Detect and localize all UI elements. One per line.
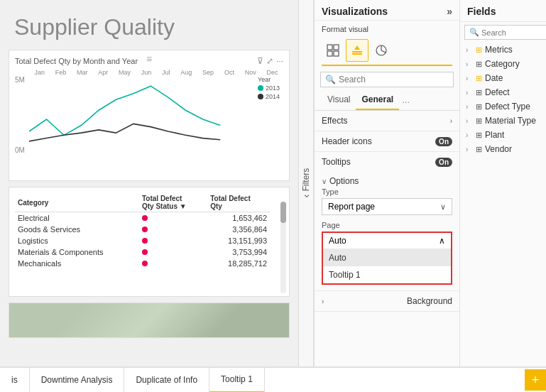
- field-label-date: Date: [485, 73, 503, 83]
- more-icon[interactable]: ···: [276, 56, 283, 66]
- page-dropdown[interactable]: Auto ∧ Auto Tooltip 1: [322, 232, 452, 285]
- page-dropdown-header[interactable]: Auto ∧: [323, 233, 451, 249]
- field-icon-metrics: ⊞: [476, 45, 482, 55]
- tab-more[interactable]: ...: [399, 90, 413, 110]
- table-row: Goods & Services 3,356,864: [15, 224, 270, 235]
- svg-rect-4: [352, 51, 362, 53]
- field-icon-defect-type: ⊞: [476, 102, 482, 111]
- line-chart-svg: [29, 72, 241, 148]
- page-dropdown-container: Page Auto ∧ Auto Tooltip 1: [322, 221, 452, 285]
- field-label-material-type: Material Type: [485, 116, 536, 126]
- field-icon-vendor: ⊞: [476, 145, 482, 154]
- field-item-date[interactable]: ⊞ Date: [460, 71, 546, 85]
- background-header[interactable]: › Background: [315, 291, 459, 311]
- legend-title: Year: [258, 76, 280, 83]
- visualizations-panel: Visualizations » Format visual: [314, 0, 459, 366]
- background-label: Background: [407, 296, 452, 306]
- viz-icon-format[interactable]: [346, 39, 368, 62]
- viz-expand-icon[interactable]: »: [447, 6, 452, 17]
- field-item-material-type[interactable]: ⊞ Material Type: [460, 114, 546, 128]
- effects-label: Effects: [322, 116, 347, 126]
- options-content: ∨ Options Type Report page ∨ Page Auto ∧: [315, 172, 459, 290]
- field-expand-icon: [466, 60, 473, 68]
- field-item-category[interactable]: ⊞ Category: [460, 57, 546, 71]
- page-label: Page: [322, 221, 452, 229]
- tab-is[interactable]: is: [0, 367, 30, 392]
- viz-search-input[interactable]: [339, 75, 449, 85]
- table-row: Mechanicals 18,285,712: [15, 258, 270, 269]
- report-canvas: Supplier Quality ≡ Total Defect Qty by M…: [0, 0, 298, 366]
- tab-duplicate-of-info[interactable]: Duplicate of Info: [124, 367, 209, 392]
- field-item-defect[interactable]: ⊞ Defect: [460, 85, 546, 99]
- effects-header[interactable]: Effects: [315, 111, 459, 131]
- tooltips-section: Tooltips On ∨ Options Type Report page ∨…: [315, 152, 459, 291]
- tab-add-button[interactable]: +: [525, 369, 546, 391]
- tab-duplicate-label: Duplicate of Info: [136, 375, 197, 385]
- svg-rect-2: [327, 51, 332, 56]
- grid-icon: [327, 44, 339, 57]
- field-expand-icon: [466, 46, 473, 54]
- data-table: Category Total DefectQty Status ▼ Total …: [15, 193, 270, 269]
- add-icon: +: [532, 373, 540, 388]
- y-label-0m: 0M: [15, 146, 25, 154]
- filters-label: Filters: [301, 168, 311, 192]
- chevron-down-options: ∨: [322, 178, 327, 185]
- page-option-auto[interactable]: Auto: [323, 249, 451, 266]
- tooltips-toggle[interactable]: On: [435, 158, 452, 167]
- table-scrollbar[interactable]: [280, 202, 286, 293]
- col-category: Category: [15, 193, 139, 212]
- svg-rect-1: [334, 45, 339, 50]
- filters-tab[interactable]: ‹ Filters: [298, 0, 314, 366]
- type-dropdown[interactable]: Report page ∨: [322, 198, 452, 215]
- active-tab-underline: [322, 65, 452, 66]
- table-row: Electrical 1,653,462: [15, 212, 270, 224]
- filter-icon[interactable]: ⊽: [257, 56, 263, 66]
- field-icon-defect: ⊞: [476, 88, 482, 97]
- drag-handle[interactable]: ≡: [146, 53, 152, 65]
- fields-search-box[interactable]: 🔍: [464, 25, 546, 40]
- field-expand-icon: [466, 89, 473, 97]
- viz-icon-analytics[interactable]: [370, 39, 393, 62]
- filters-arrow-icon: ‹: [300, 195, 312, 198]
- tab-visual[interactable]: Visual: [322, 90, 356, 110]
- field-icon-material-type: ⊞: [476, 116, 482, 126]
- field-item-defect-type[interactable]: ⊞ Defect Type: [460, 99, 546, 114]
- viz-tabs: Visual General ...: [315, 90, 459, 111]
- viz-search-box[interactable]: 🔍: [320, 72, 454, 87]
- viz-icon-grid[interactable]: [322, 39, 344, 62]
- background-section: › Background: [315, 291, 459, 312]
- chart-legend: Year 2013 2014: [258, 76, 280, 102]
- y-label-5m: 5M: [15, 76, 25, 84]
- svg-rect-5: [352, 53, 362, 55]
- tab-tooltip-1[interactable]: Tooltip 1: [209, 367, 265, 392]
- fields-panel: Fields 🔍 ⊞ Metrics ⊞ Category ⊞ Date: [459, 0, 546, 366]
- field-expand-icon: [466, 75, 473, 82]
- type-value: Report page: [328, 202, 375, 212]
- field-expand-icon: [466, 146, 473, 153]
- field-item-metrics[interactable]: ⊞ Metrics: [460, 43, 546, 57]
- table-scroll-thumb[interactable]: [280, 202, 286, 223]
- tab-downtime-analysis[interactable]: Downtime Analysis: [30, 367, 125, 392]
- tooltips-header[interactable]: Tooltips On: [315, 152, 459, 172]
- format-icon: [351, 44, 364, 57]
- svg-rect-0: [327, 45, 332, 50]
- options-header[interactable]: ∨ Options: [322, 176, 452, 186]
- expand-icon[interactable]: ⤢: [266, 56, 273, 66]
- tooltips-label: Tooltips: [322, 157, 351, 167]
- legend-dot-2013: [258, 85, 263, 91]
- chart-widget: ≡ Total Defect Qty by Month and Year ⊽ ⤢…: [9, 50, 290, 181]
- tab-general[interactable]: General: [356, 90, 399, 110]
- viz-search-icon: 🔍: [325, 75, 336, 85]
- legend-label-2014: 2014: [266, 93, 280, 100]
- status-dot: [142, 249, 148, 255]
- page-option-tooltip1[interactable]: Tooltip 1: [323, 266, 451, 283]
- header-icons-toggle[interactable]: On: [435, 137, 452, 146]
- chevron-right-bg: ›: [322, 298, 324, 305]
- fields-search-input[interactable]: [481, 28, 546, 37]
- field-item-plant[interactable]: ⊞ Plant: [460, 128, 546, 142]
- col-qty: Total DefectQty: [207, 193, 270, 212]
- field-item-vendor[interactable]: ⊞ Vendor: [460, 142, 546, 156]
- header-icons-header[interactable]: Header icons On: [315, 131, 459, 151]
- table-widget: Category Total DefectQty Status ▼ Total …: [9, 187, 290, 297]
- table-row: Logistics 13,151,993: [15, 235, 270, 246]
